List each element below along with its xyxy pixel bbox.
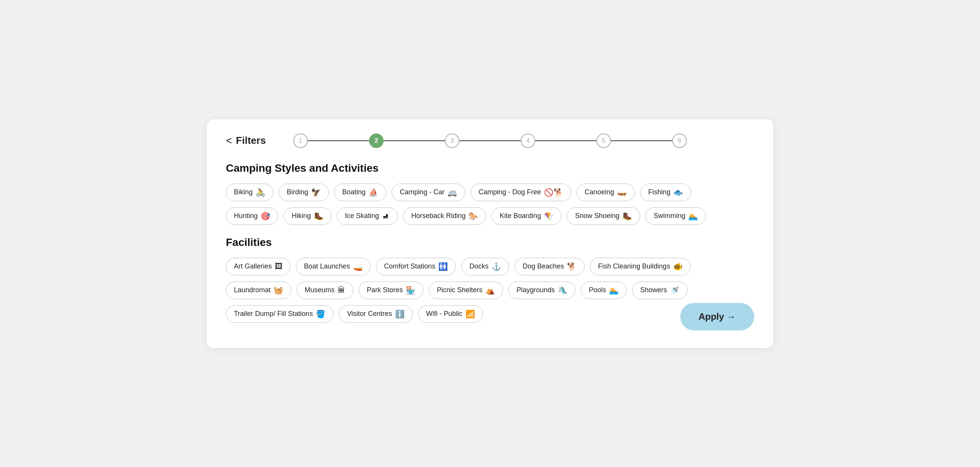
pill-birding[interactable]: Birding🦅: [279, 184, 329, 201]
pill-icon: 🐟: [673, 188, 683, 197]
pill-icon: 🧺: [274, 286, 283, 295]
pill-laundromat[interactable]: Laundromat🧺: [226, 282, 291, 299]
step-item-2[interactable]: 2: [369, 133, 384, 148]
camping-section: Camping Styles and Activities Biking🚴Bir…: [226, 162, 754, 225]
pill-icon: 🛝: [558, 286, 567, 295]
pill-horseback-riding[interactable]: Horseback Riding🐎: [403, 207, 486, 225]
pill-museums[interactable]: Museums🏛: [297, 282, 353, 299]
step-item-4[interactable]: 4: [521, 133, 535, 148]
pill-icon: 🪁: [544, 212, 554, 221]
pill-fish-cleaning-buildings[interactable]: Fish Cleaning Buildings🐠: [590, 258, 691, 275]
pill-fishing[interactable]: Fishing🐟: [640, 184, 691, 201]
pill-visitor-centres[interactable]: Visitor Centresℹ️: [339, 305, 413, 323]
pill-boating[interactable]: Boating⛵: [334, 184, 386, 201]
pill-park-stores[interactable]: Park Stores🏪: [359, 282, 423, 299]
pill-icon: 🥾: [622, 212, 632, 221]
header: < Filters 123456: [226, 135, 754, 147]
pill-icon: 🦅: [311, 188, 321, 197]
camping-section-title: Camping Styles and Activities: [226, 162, 754, 174]
step-line-1: [308, 140, 369, 141]
pill-icon: 🐎: [469, 212, 478, 221]
pill-icon: 🏊: [688, 212, 698, 221]
pill-icon: ⛵: [369, 188, 378, 197]
stepper: 123456: [293, 133, 687, 148]
facilities-row-1: Art Galleries🖼Boat Launches🚤Comfort Stat…: [226, 258, 754, 275]
pill-showers[interactable]: Showers🚿: [632, 282, 688, 299]
pill-docks[interactable]: Docks⚓: [461, 258, 509, 275]
filter-card: < Filters 123456 Camping Styles and Acti…: [207, 119, 773, 348]
back-button[interactable]: < Filters: [226, 135, 266, 147]
pill-icon: 🏛: [338, 286, 345, 295]
pill-ice-skating[interactable]: Ice Skating⛸: [337, 207, 398, 225]
pill-icon: 📶: [466, 309, 475, 319]
pill-camping---dog-free[interactable]: Camping - Dog Free🚫🐕: [470, 184, 571, 201]
pill-wifi---public[interactable]: Wifi - Public📶: [418, 305, 483, 323]
pill-biking[interactable]: Biking🚴: [226, 184, 273, 201]
pill-icon: ℹ️: [395, 309, 405, 319]
apply-button[interactable]: Apply →: [680, 303, 754, 330]
pill-canoeing[interactable]: Canoeing🛶: [577, 184, 635, 201]
step-line-5: [611, 140, 672, 141]
pill-playgrounds[interactable]: Playgrounds🛝: [508, 282, 575, 299]
pill-art-galleries[interactable]: Art Galleries🖼: [226, 258, 291, 275]
pill-icon: ⛺: [485, 286, 495, 295]
pill-icon: 🪣: [316, 309, 325, 319]
pill-icon: 🚻: [438, 262, 448, 271]
pill-swimming[interactable]: Swimming🏊: [645, 207, 706, 225]
pill-icon: 🐠: [673, 262, 683, 271]
pill-icon: 🚐: [448, 188, 457, 197]
step-item-1[interactable]: 1: [293, 133, 308, 148]
pill-icon: 🚿: [670, 286, 679, 295]
pill-icon: 🎯: [261, 212, 270, 221]
pill-hiking[interactable]: Hiking🥾: [284, 207, 332, 225]
pill-snow-shoeing[interactable]: Snow Shoeing🥾: [567, 207, 640, 225]
pill-icon: 🐕: [567, 262, 577, 271]
pill-icon: 🚴: [256, 188, 265, 197]
pill-kite-boarding[interactable]: Kite Boarding🪁: [492, 207, 562, 225]
step-line-2: [384, 140, 445, 141]
step-item-6[interactable]: 6: [672, 133, 687, 148]
step-circle-3: 3: [445, 133, 459, 148]
pill-icon: 🚤: [353, 262, 363, 271]
step-item-3[interactable]: 3: [445, 133, 459, 148]
step-circle-6: 6: [672, 133, 687, 148]
pill-camping---car[interactable]: Camping - Car🚐: [392, 184, 465, 201]
pill-icon: 🛶: [617, 188, 627, 197]
pill-picnic-shelters[interactable]: Picnic Shelters⛺: [429, 282, 503, 299]
pill-icon: ⛸: [382, 212, 390, 220]
back-chevron-icon: <: [226, 135, 232, 147]
pill-icon: ⚓: [492, 262, 501, 271]
pill-icon: 🚫🐕: [544, 188, 563, 197]
facilities-row-2: Laundromat🧺Museums🏛Park Stores🏪Picnic Sh…: [226, 282, 754, 299]
step-circle-5: 5: [596, 133, 611, 148]
camping-row-2: Hunting🎯Hiking🥾Ice Skating⛸Horseback Rid…: [226, 207, 754, 225]
pill-icon: 🥾: [314, 212, 323, 221]
pill-icon: 🏪: [406, 286, 415, 295]
step-line-3: [459, 140, 521, 141]
step-item-5[interactable]: 5: [596, 133, 611, 148]
camping-row-1: Biking🚴Birding🦅Boating⛵Camping - Car🚐Cam…: [226, 184, 754, 201]
pill-trailer-dump-fill-stations[interactable]: Trailer Dump/ Fill Stations🪣: [226, 305, 333, 323]
pill-icon: 🏊: [609, 286, 619, 295]
step-circle-4: 4: [521, 133, 535, 148]
pill-boat-launches[interactable]: Boat Launches🚤: [296, 258, 371, 275]
pill-comfort-stations[interactable]: Comfort Stations🚻: [376, 258, 456, 275]
step-circle-2: 2: [369, 133, 384, 148]
facilities-section-title: Facilities: [226, 236, 754, 249]
pill-dog-beaches[interactable]: Dog Beaches🐕: [514, 258, 585, 275]
filters-title: Filters: [236, 135, 266, 146]
pill-pools[interactable]: Pools🏊: [581, 282, 627, 299]
step-line-4: [535, 140, 596, 141]
facilities-section: Facilities Art Galleries🖼Boat Launches🚤C…: [226, 236, 754, 323]
facilities-row-3: Trailer Dump/ Fill Stations🪣Visitor Cent…: [226, 305, 754, 323]
step-circle-1: 1: [293, 133, 308, 148]
pill-icon: 🖼: [275, 262, 283, 271]
pill-hunting[interactable]: Hunting🎯: [226, 207, 278, 225]
